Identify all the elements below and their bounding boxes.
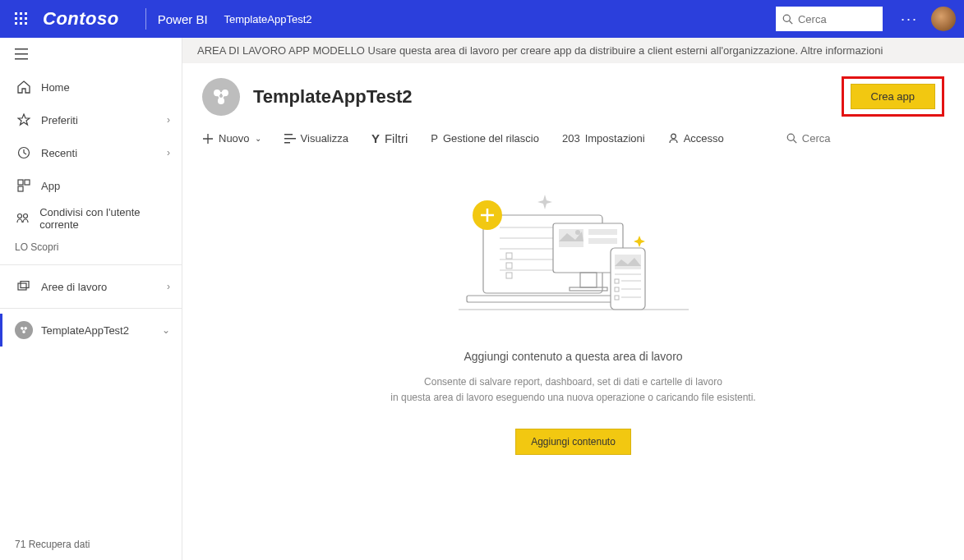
nav-label: Recenti xyxy=(41,147,77,159)
action-release[interactable]: P Gestione del rilascio xyxy=(431,132,539,145)
nav-home[interactable]: Home xyxy=(0,71,182,103)
nav-favorites[interactable]: Preferiti › xyxy=(0,103,182,136)
add-content-button[interactable]: Aggiungi contenuto xyxy=(515,429,631,455)
svg-rect-46 xyxy=(588,238,617,244)
svg-rect-45 xyxy=(588,229,617,235)
svg-point-9 xyxy=(783,15,790,21)
empty-illustration xyxy=(459,190,689,330)
action-search-input[interactable] xyxy=(802,132,876,145)
nav-label: Home xyxy=(41,81,70,94)
action-search[interactable] xyxy=(786,132,876,145)
settings-prefix: 203 xyxy=(562,132,580,145)
action-label: Nuovo xyxy=(219,132,250,145)
divider xyxy=(0,308,182,309)
workspace-header: TemplateAppTest2 Crea app xyxy=(182,63,964,125)
action-label: Gestione del rilascio xyxy=(443,132,539,145)
nav-label: Preferiti xyxy=(41,114,78,126)
create-app-button[interactable]: Crea app xyxy=(851,84,935,109)
svg-rect-3 xyxy=(15,17,17,20)
svg-point-44 xyxy=(575,230,580,235)
svg-rect-12 xyxy=(15,53,28,55)
divider xyxy=(0,264,182,265)
global-search-input[interactable] xyxy=(798,13,872,25)
banner-prefix: AREA DI LAVORO APP MODELLO xyxy=(197,44,365,57)
filter-icon: Y xyxy=(371,131,380,145)
action-new[interactable]: Nuovo ⌄ xyxy=(202,132,261,145)
empty-title: Aggiungi contenuto a questa area di lavo… xyxy=(464,350,682,363)
nav-workspaces[interactable]: Aree di lavoro › xyxy=(0,270,182,303)
svg-rect-21 xyxy=(21,282,29,288)
chevron-right-icon: › xyxy=(167,281,170,292)
svg-rect-15 xyxy=(18,180,23,185)
plus-icon xyxy=(202,133,214,145)
svg-rect-8 xyxy=(25,22,27,25)
action-label: Filtri xyxy=(385,131,408,145)
nav-label: Aree di lavoro xyxy=(41,281,107,293)
home-icon xyxy=(15,80,33,94)
person-icon xyxy=(668,133,679,144)
action-view[interactable]: Visualizza xyxy=(284,132,348,145)
svg-rect-47 xyxy=(580,273,597,287)
header-bar: Contoso Power BI TemplateAppTest2 ··· xyxy=(0,0,964,38)
breadcrumb[interactable]: TemplateAppTest2 xyxy=(224,13,312,25)
hamburger-icon[interactable] xyxy=(0,38,182,71)
nav-label: TemplateAppTest2 xyxy=(41,324,129,337)
clock-icon xyxy=(15,146,33,159)
search-icon xyxy=(782,14,798,25)
product-name[interactable]: Power BI xyxy=(158,12,208,26)
sidebar: Home Preferiti › Recenti › App Condivisi… xyxy=(0,38,182,560)
nav-discover[interactable]: LO Scopri xyxy=(0,235,182,259)
action-bar: Nuovo ⌄ Visualizza Y Filtri P Gestione d… xyxy=(182,125,964,158)
empty-description: Consente di salvare report, dashboard, s… xyxy=(390,374,755,406)
svg-rect-13 xyxy=(15,58,28,60)
action-settings[interactable]: 203 Impostazioni xyxy=(562,132,645,145)
nav-active-workspace[interactable]: TemplateAppTest2 ⌄ xyxy=(0,314,182,347)
global-search[interactable] xyxy=(776,7,883,31)
svg-rect-30 xyxy=(284,142,290,144)
brand-logo[interactable]: Contoso xyxy=(43,8,119,30)
workspaces-icon xyxy=(15,281,33,292)
user-avatar[interactable] xyxy=(931,7,956,31)
svg-rect-2 xyxy=(25,12,27,15)
nav-label: App xyxy=(41,180,60,192)
app-launcher-icon[interactable] xyxy=(8,6,35,32)
svg-rect-29 xyxy=(284,138,296,140)
svg-rect-49 xyxy=(506,253,512,259)
action-label: Impostazioni xyxy=(585,132,645,145)
banner-text: Usare questa area di lavoro per creare a… xyxy=(365,44,800,57)
svg-rect-6 xyxy=(15,22,17,25)
action-access[interactable]: Accesso xyxy=(668,132,724,145)
list-icon xyxy=(284,134,296,144)
more-button[interactable]: ··· xyxy=(893,11,926,28)
banner-link[interactable]: Altre informazioni xyxy=(800,44,883,57)
svg-rect-51 xyxy=(506,273,512,278)
svg-rect-4 xyxy=(20,17,22,20)
chevron-down-icon: ⌄ xyxy=(255,134,261,143)
svg-point-19 xyxy=(24,214,28,218)
nav-recent[interactable]: Recenti › xyxy=(0,136,182,169)
nav-apps[interactable]: App xyxy=(0,169,182,202)
svg-line-10 xyxy=(790,21,793,24)
apps-icon xyxy=(15,179,33,192)
workspace-avatar xyxy=(202,78,240,116)
create-app-highlight: Crea app xyxy=(842,76,944,117)
action-label: Accesso xyxy=(684,132,724,145)
svg-rect-5 xyxy=(25,17,27,20)
svg-rect-17 xyxy=(18,186,23,191)
empty-state: Aggiungi contenuto a questa area di lavo… xyxy=(182,158,964,560)
workspace-icon xyxy=(15,321,33,339)
svg-point-18 xyxy=(18,214,22,218)
svg-rect-0 xyxy=(15,12,17,15)
svg-rect-35 xyxy=(467,296,619,302)
chevron-right-icon: › xyxy=(167,114,170,126)
svg-line-33 xyxy=(793,140,796,144)
chevron-down-icon: ⌄ xyxy=(162,324,170,336)
divider xyxy=(145,8,146,30)
sidebar-footer[interactable]: 71 Recupera dati xyxy=(0,529,182,560)
svg-rect-28 xyxy=(284,134,293,135)
svg-rect-50 xyxy=(506,263,512,269)
svg-rect-1 xyxy=(20,12,22,15)
action-filters[interactable]: Y Filtri xyxy=(371,131,408,145)
search-icon xyxy=(786,133,797,144)
nav-shared[interactable]: Condivisi con l'utente corrente xyxy=(0,202,182,235)
